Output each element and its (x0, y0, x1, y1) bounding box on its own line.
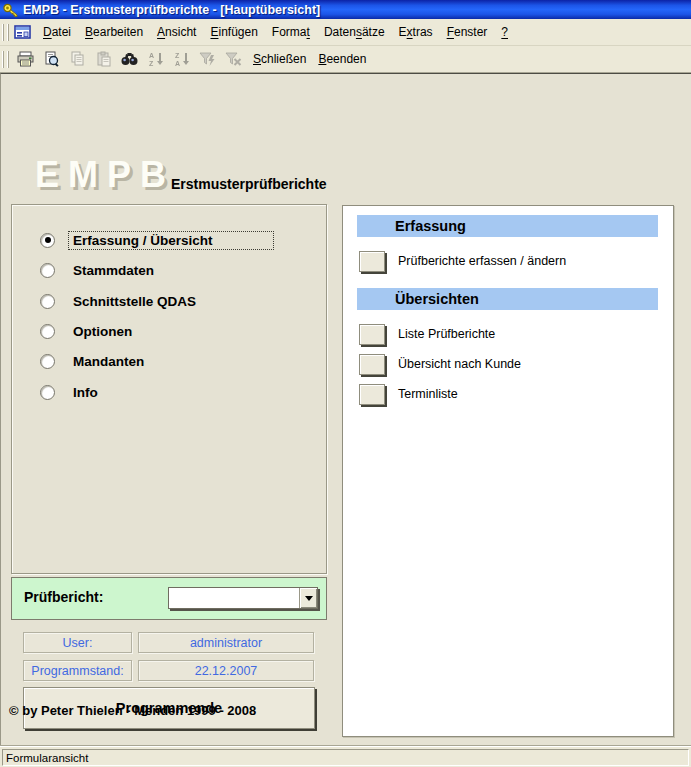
copyright-text: © by Peter Thielen - Menden 1999 - 2008 (9, 703, 256, 718)
info-label: User: (23, 632, 132, 653)
status-text: Formularansicht (2, 749, 689, 766)
action-label: Terminliste (398, 387, 458, 401)
menu-item-bearbeiten[interactable]: Bearbeiten (78, 22, 150, 42)
action-row-liste-pr-fberichte: Liste Prüfberichte (359, 322, 495, 346)
action-button-pr-fberichte-erfassen-ndern[interactable] (359, 251, 385, 272)
remove-filter-icon (221, 47, 246, 71)
toolbar-grip-handle[interactable] (2, 51, 9, 68)
radio-button[interactable] (40, 233, 55, 248)
copy-icon (65, 47, 90, 71)
info-row-programmstand: Programmstand:22.12.2007 (1, 660, 337, 681)
window-title: EMPB - Erstmusterprüfberichte - [Hauptüb… (23, 3, 320, 17)
app-logo: EMPB (35, 154, 175, 196)
chevron-down-icon (305, 596, 313, 601)
nav-option-optionen[interactable]: Optionen (40, 320, 137, 342)
info-row-user: User:administrator (1, 632, 337, 653)
info-label: Programmstand: (23, 660, 132, 681)
paste-icon (91, 47, 116, 71)
svg-text:Z: Z (149, 60, 154, 67)
nav-option-info[interactable]: Info (40, 381, 103, 403)
menu-item-datei[interactable]: Datei (36, 22, 78, 42)
menu-bar: DateiBearbeitenAnsichtEinfügenFormatDate… (0, 19, 691, 46)
radio-button[interactable] (40, 324, 55, 339)
nav-option-mandanten[interactable]: Mandanten (40, 350, 149, 372)
form-view-icon[interactable] (14, 25, 32, 40)
close-button[interactable]: Schließen (248, 49, 311, 69)
action-row-pr-fberichte-erfassen-ndern: Prüfberichte erfassen / ändern (359, 249, 566, 273)
radio-button[interactable] (40, 294, 55, 309)
main-form: EMPB Erstmusterprüfberichte Erfassung / … (0, 73, 691, 746)
navigation-panel: Erfassung / ÜbersichtStammdatenSchnittst… (11, 204, 327, 574)
nav-option-label[interactable]: Erfassung / Übersicht (68, 231, 274, 250)
nav-option-label[interactable]: Info (68, 383, 103, 402)
menu-item-einf-gen[interactable]: Einfügen (203, 22, 264, 42)
combo-dropdown-button[interactable] (299, 588, 317, 608)
nav-option-label[interactable]: Mandanten (68, 352, 149, 371)
nav-option-erfassung-bersicht[interactable]: Erfassung / Übersicht (40, 229, 274, 251)
info-value: administrator (138, 632, 314, 653)
title-bar: EMPB - Erstmusterprüfberichte - [Hauptüb… (0, 0, 691, 19)
action-label: Übersicht nach Kunde (398, 357, 521, 371)
pruefbericht-label: Prüfbericht: (24, 589, 103, 605)
radio-button[interactable] (40, 263, 55, 278)
menu-item-fenster[interactable]: Fenster (440, 22, 495, 42)
pruefbericht-panel: Prüfbericht: (11, 577, 327, 620)
actions-panel: ErfassungPrüfberichte erfassen / ändernÜ… (342, 205, 674, 737)
menu-item-datens-tze[interactable]: Datensätze (317, 22, 392, 42)
pruefbericht-combo-value[interactable] (169, 588, 299, 608)
action-row-terminliste: Terminliste (359, 382, 458, 406)
action-row-bersicht-nach-kunde: Übersicht nach Kunde (359, 352, 521, 376)
radio-button[interactable] (40, 385, 55, 400)
menu-item-extras[interactable]: Extras (392, 22, 440, 42)
menu-item-help[interactable]: ? (494, 22, 515, 42)
nav-option-label[interactable]: Schnittstelle QDAS (68, 292, 201, 311)
filter-by-selection-icon (195, 47, 220, 71)
print-icon[interactable] (13, 47, 38, 71)
action-button-terminliste[interactable] (359, 384, 385, 405)
section-header-bersichten: Übersichten (357, 288, 658, 310)
action-label: Liste Prüfberichte (398, 327, 495, 341)
find-icon[interactable] (117, 47, 142, 71)
quit-button[interactable]: Beenden (313, 49, 371, 69)
menubar-grip-handle[interactable] (2, 24, 9, 41)
nav-option-schnittstelle-qdas[interactable]: Schnittstelle QDAS (40, 290, 201, 312)
radio-button[interactable] (40, 354, 55, 369)
menu-item-format[interactable]: Format (265, 22, 317, 42)
status-bar: Formularansicht (0, 746, 691, 767)
svg-text:Z: Z (175, 52, 180, 59)
section-header-erfassung: Erfassung (357, 215, 658, 237)
action-button-bersicht-nach-kunde[interactable] (359, 354, 385, 375)
nav-option-stammdaten[interactable]: Stammdaten (40, 259, 159, 281)
print-preview-icon[interactable] (39, 47, 64, 71)
svg-text:A: A (149, 52, 154, 59)
action-label: Prüfberichte erfassen / ändern (398, 254, 566, 268)
svg-text:A: A (175, 60, 180, 67)
action-button-liste-pr-fberichte[interactable] (359, 324, 385, 345)
key-icon (3, 3, 19, 17)
nav-option-label[interactable]: Optionen (68, 322, 137, 341)
pruefbericht-combobox[interactable] (168, 587, 318, 609)
menu-item-ansicht[interactable]: Ansicht (150, 22, 203, 42)
sort-ascending-icon: A Z (143, 47, 168, 71)
nav-option-label[interactable]: Stammdaten (68, 261, 159, 280)
sort-descending-icon: Z A (169, 47, 194, 71)
toolbar: A Z Z A Schließen Beenden (0, 46, 691, 73)
app-subtitle: Erstmusterprüfberichte (171, 176, 327, 192)
info-value: 22.12.2007 (138, 660, 314, 681)
